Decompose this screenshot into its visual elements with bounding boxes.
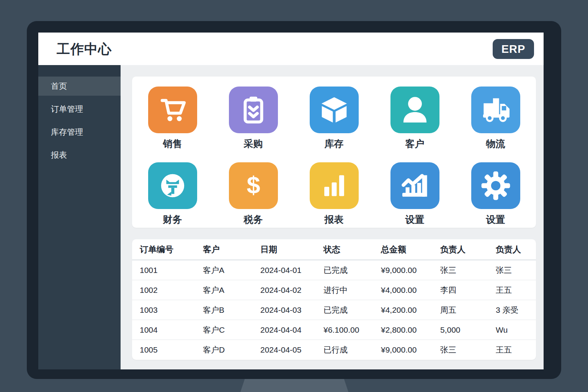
sidebar-nav: 首页订单管理库存管理报表 — [38, 77, 121, 165]
erp-window: 工作中心 ERP 首页订单管理库存管理报表 销售采购库存客户物流财务$税务报表设… — [38, 33, 544, 369]
app-tile-7[interactable]: 报表 — [310, 162, 359, 226]
table-cell: 李四 — [440, 280, 496, 300]
app-label: 设置 — [405, 213, 425, 226]
column-header-6: 负责人 — [496, 239, 536, 260]
sidebar-item-label: 首页 — [51, 81, 67, 91]
app-label: 税务 — [244, 213, 263, 226]
table-cell: 客户A — [203, 260, 260, 280]
app-tile-4[interactable]: 物流 — [471, 87, 520, 150]
dollar-icon: $ — [229, 162, 278, 209]
bar-chart-icon — [310, 162, 359, 209]
table-cell: 已行成 — [323, 340, 381, 360]
table-cell: 王五 — [496, 280, 536, 300]
page-title: 工作中心 — [57, 40, 112, 58]
table-cell: 王五 — [496, 340, 536, 360]
table-cell: ¥9,000.00 — [381, 260, 440, 280]
table-cell: 客户D — [203, 340, 260, 360]
table-row-1[interactable]: 1002客户A2024-04-02进行中¥4,000.00李四王五 — [132, 280, 536, 300]
column-header-0: 订单编号 — [132, 239, 203, 260]
column-header-5: 负责人 — [440, 239, 496, 260]
table-cell: 张三 — [440, 340, 496, 360]
app-label: 销售 — [163, 137, 182, 150]
app-label: 报表 — [325, 213, 344, 226]
table-cell: 2024-04-05 — [260, 340, 323, 360]
app-tile-1[interactable]: 采购 — [229, 87, 278, 150]
person-icon — [390, 87, 439, 133]
sidebar-item-label: 报表 — [51, 150, 67, 160]
table-row-2[interactable]: 1003客户B2024-04-03已完成¥4,200.00周五3 亲受 — [132, 300, 536, 320]
table-cell: 已完成 — [323, 300, 381, 320]
table-cell: 5,000 — [440, 320, 496, 340]
column-header-1: 客户 — [203, 239, 260, 260]
table-header-row: 订单编号客户日期状态总金额负责人负责人 — [132, 239, 536, 260]
app-launcher-card: 销售采购库存客户物流财务$税务报表设置设置 — [132, 77, 536, 228]
column-header-4: 总金额 — [381, 239, 440, 260]
table-cell: ¥2,800.00 — [381, 320, 440, 340]
table-cell: 周五 — [440, 300, 496, 320]
cube-icon — [310, 87, 359, 133]
table-cell: 张三 — [440, 260, 496, 280]
orders-table-card: 订单编号客户日期状态总金额负责人负责人 1001客户A2024-04-01已完成… — [132, 239, 536, 360]
app-label: 设置 — [486, 213, 505, 226]
coin-icon — [148, 162, 197, 209]
sidebar-item-label: 库存管理 — [51, 127, 83, 137]
app-tile-3[interactable]: 客户 — [390, 87, 439, 150]
main-content: 销售采购库存客户物流财务$税务报表设置设置 订单编号客户日期状态总金额负责人负责… — [121, 65, 544, 369]
app-label: 物流 — [486, 137, 505, 150]
app-tile-6[interactable]: $税务 — [229, 162, 278, 226]
table-cell: 1002 — [132, 280, 203, 300]
svg-text:$: $ — [247, 172, 260, 198]
monitor-stand — [240, 379, 348, 392]
sidebar-item-label: 订单管理 — [51, 104, 83, 114]
table-cell: Wu — [496, 320, 536, 340]
sidebar-item-3[interactable]: 报表 — [38, 145, 121, 165]
table-cell: 已完成 — [323, 260, 381, 280]
table-cell: 1005 — [132, 340, 203, 360]
app-header: 工作中心 ERP — [38, 33, 544, 65]
table-row-4[interactable]: 1005客户D2024-04-05已行成¥9,000.00张三王五 — [132, 340, 536, 360]
table-cell: 1001 — [132, 260, 203, 280]
sidebar-item-1[interactable]: 订单管理 — [38, 100, 121, 119]
sidebar: 首页订单管理库存管理报表 — [38, 65, 121, 369]
clipboard-icon — [229, 87, 278, 133]
sidebar-top-strip — [38, 65, 121, 77]
table-cell: 2024-04-01 — [260, 260, 323, 280]
sidebar-item-0[interactable]: 首页 — [38, 77, 121, 96]
column-header-2: 日期 — [260, 239, 323, 260]
app-tile-9[interactable]: 设置 — [471, 162, 520, 226]
app-tile-5[interactable]: 财务 — [148, 162, 197, 226]
app-label: 采购 — [244, 137, 263, 150]
sidebar-item-2[interactable]: 库存管理 — [38, 122, 121, 142]
app-label: 财务 — [163, 213, 182, 226]
app-tile-2[interactable]: 库存 — [310, 87, 359, 150]
table-cell: 客户B — [203, 300, 260, 320]
cart-icon — [148, 87, 197, 133]
table-row-0[interactable]: 1001客户A2024-04-01已完成¥9,000.00张三张三 — [132, 260, 536, 280]
table-cell: 1004 — [132, 320, 203, 340]
table-cell: ¥9,000.00 — [381, 340, 440, 360]
table-cell: 客户A — [203, 280, 260, 300]
app-label: 客户 — [405, 137, 425, 150]
table-cell: 客户C — [203, 320, 260, 340]
table-cell: 1003 — [132, 300, 203, 320]
truck-icon — [471, 87, 520, 133]
gear-icon — [471, 162, 520, 209]
erp-badge[interactable]: ERP — [493, 39, 534, 59]
table-cell: 2024-04-02 — [260, 280, 323, 300]
orders-table: 订单编号客户日期状态总金额负责人负责人 1001客户A2024-04-01已完成… — [132, 239, 536, 359]
table-cell: 3 亲受 — [496, 300, 536, 320]
chart-line-icon — [390, 162, 439, 209]
table-row-3[interactable]: 1004客户C2024-04-04¥6.100.00¥2,800.005,000… — [132, 320, 536, 340]
column-header-3: 状态 — [323, 239, 381, 260]
app-label: 库存 — [325, 137, 344, 150]
table-cell: ¥4,000.00 — [381, 280, 440, 300]
table-cell: 张三 — [496, 260, 536, 280]
table-cell: 2024-04-04 — [260, 320, 323, 340]
table-cell: ¥4,200.00 — [381, 300, 440, 320]
app-tile-8[interactable]: 设置 — [390, 162, 439, 226]
app-grid: 销售采购库存客户物流财务$税务报表设置设置 — [132, 77, 536, 226]
table-cell: ¥6.100.00 — [323, 320, 381, 340]
table-cell: 进行中 — [323, 280, 381, 300]
app-tile-0[interactable]: 销售 — [148, 87, 197, 150]
table-cell: 2024-04-03 — [260, 300, 323, 320]
